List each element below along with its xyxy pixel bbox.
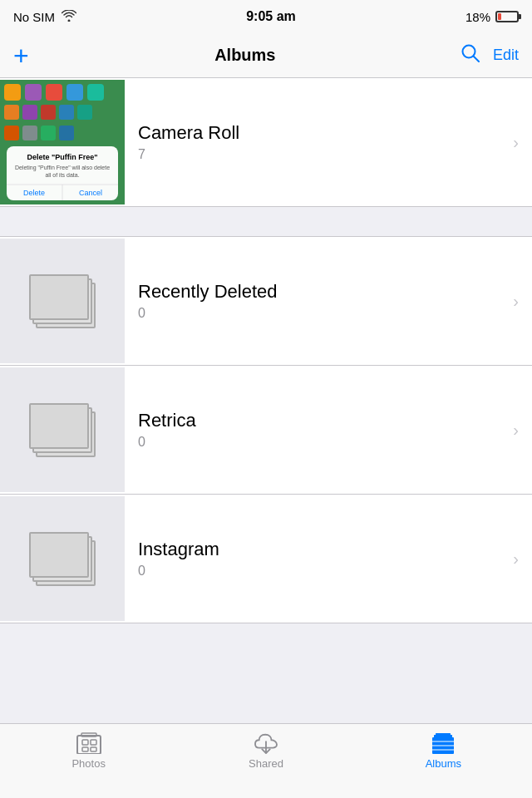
svg-rect-10 [41, 105, 56, 120]
retrica-name: Retrica [138, 410, 506, 431]
retrica-info: Retrica 0 [138, 410, 506, 450]
recently-deleted-name: Recently Deleted [138, 281, 506, 303]
shared-tab-label: Shared [249, 757, 283, 770]
status-left: No SIM [13, 10, 76, 24]
tab-shared[interactable]: Shared [177, 732, 354, 770]
albums-tab-icon [431, 732, 456, 754]
section-gap-1 [0, 207, 532, 237]
photos-tab-label: Photos [71, 757, 105, 770]
svg-text:Delete: Delete [23, 189, 45, 197]
retrica-chevron: › [513, 421, 519, 440]
svg-rect-11 [59, 105, 74, 120]
recently-deleted-thumbnail [0, 239, 125, 363]
svg-rect-29 [82, 747, 88, 751]
album-row-camera-roll[interactable]: Delete "Puffin Free" Deleting "Puffin Fr… [0, 78, 532, 207]
svg-rect-8 [4, 105, 19, 120]
instagram-name: Instagram [138, 539, 506, 560]
svg-rect-12 [77, 105, 92, 120]
svg-rect-3 [4, 84, 21, 101]
tab-photos[interactable]: Photos [0, 732, 177, 770]
album-row-recently-deleted[interactable]: Recently Deleted 0 › [0, 237, 532, 366]
search-button[interactable] [461, 44, 480, 67]
svg-rect-30 [91, 747, 96, 751]
svg-rect-33 [434, 735, 452, 737]
shared-tab-icon [254, 732, 278, 754]
svg-text:Deleting "Puffin Free" will al: Deleting "Puffin Free" will also delete [15, 165, 110, 171]
nav-bar: + Albums Edit [0, 33, 532, 78]
camera-roll-name: Camera Roll [138, 122, 506, 144]
instagram-info: Instagram 0 [138, 539, 506, 579]
album-list: Delete "Puffin Free" Deleting "Puffin Fr… [0, 78, 532, 723]
instagram-count: 0 [138, 564, 506, 579]
svg-text:Delete "Puffin Free": Delete "Puffin Free" [27, 153, 97, 161]
camera-roll-chevron: › [513, 133, 519, 152]
retrica-thumbnail [0, 367, 125, 492]
status-bar: No SIM 9:05 am 18% [0, 0, 532, 33]
nav-right-actions: Edit [461, 44, 519, 67]
svg-text:Cancel: Cancel [79, 189, 102, 197]
instagram-chevron: › [513, 549, 519, 569]
recently-deleted-info: Recently Deleted 0 [138, 281, 506, 321]
page-title: Albums [214, 46, 275, 65]
svg-rect-15 [41, 126, 56, 140]
photos-tab-icon [76, 732, 101, 754]
tab-albums[interactable]: Albums [355, 732, 532, 770]
instagram-thumbnail [0, 496, 125, 621]
svg-line-1 [473, 56, 479, 62]
svg-rect-13 [4, 126, 19, 140]
svg-rect-4 [25, 84, 42, 101]
recently-deleted-chevron: › [513, 292, 519, 311]
svg-rect-7 [87, 84, 104, 101]
svg-rect-25 [77, 736, 101, 754]
retrica-count: 0 [138, 435, 506, 450]
albums-tab-label: Albums [426, 757, 461, 770]
edit-button[interactable]: Edit [493, 47, 519, 64]
svg-rect-14 [22, 126, 37, 140]
add-button[interactable]: + [13, 42, 29, 69]
battery-percent: 18% [466, 10, 490, 24]
album-row-retrica[interactable]: Retrica 0 › [0, 366, 532, 495]
wifi-icon [62, 10, 76, 24]
stacked-icon-instagram [0, 496, 125, 621]
tab-bar: Photos Shared [0, 723, 532, 798]
stacked-icon-recently-deleted [0, 239, 125, 363]
stacked-icon-retrica [0, 367, 125, 492]
battery-fill [498, 13, 501, 20]
album-row-instagram[interactable]: Instagram 0 › [0, 495, 532, 623]
battery-icon [495, 11, 519, 22]
status-right: 18% [466, 10, 519, 24]
camera-roll-info: Camera Roll 7 [138, 122, 506, 162]
recently-deleted-count: 0 [138, 306, 506, 321]
svg-rect-27 [82, 740, 88, 745]
camera-roll-count: 7 [138, 147, 506, 162]
svg-rect-5 [46, 84, 62, 101]
camera-roll-thumbnail: Delete "Puffin Free" Deleting "Puffin Fr… [0, 80, 125, 204]
svg-rect-16 [59, 126, 74, 140]
svg-rect-34 [436, 733, 451, 735]
svg-rect-6 [66, 84, 83, 101]
camera-roll-image: Delete "Puffin Free" Deleting "Puffin Fr… [0, 80, 125, 204]
svg-rect-9 [22, 105, 37, 120]
svg-rect-28 [91, 740, 96, 745]
status-time: 9:05 am [246, 9, 296, 24]
carrier-label: No SIM [13, 10, 55, 24]
svg-text:all of its data.: all of its data. [45, 172, 79, 178]
